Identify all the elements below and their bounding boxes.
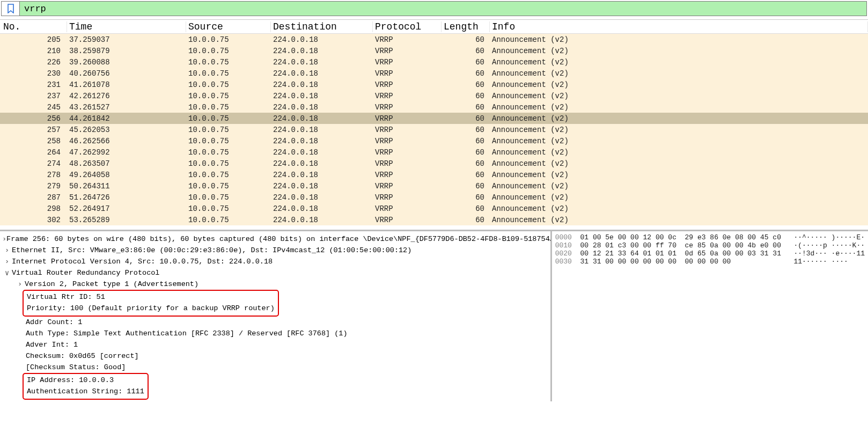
- cell-proto: VRRP: [373, 126, 442, 134]
- cell-src: 10.0.0.75: [186, 47, 271, 55]
- cell-no: 264: [0, 148, 67, 157]
- tree-ethernet[interactable]: › Ethernet II, Src: VMware_e3:86:0e (00:…: [2, 245, 550, 256]
- packet-row[interactable]: 27448.26350710.0.0.75224.0.0.18VRRP60Ann…: [0, 158, 868, 169]
- tree-vrrp-priority[interactable]: Priority: 100 (Default priority for a ba…: [27, 303, 275, 314]
- cell-no: 245: [0, 103, 67, 112]
- cell-no: 256: [0, 114, 67, 123]
- cell-no: 274: [0, 159, 67, 168]
- hex-bytes: 00 12 21 33 64 01 01 01 0d 65 0a 00 00 0…: [580, 250, 781, 258]
- tree-vrrp-authstr[interactable]: Authentication String: 1111: [27, 386, 144, 397]
- cell-info: Announcement (v2): [490, 35, 868, 44]
- col-header-time[interactable]: Time: [67, 21, 186, 32]
- cell-src: 10.0.0.75: [186, 69, 271, 78]
- packet-row[interactable]: 27849.26405810.0.0.75224.0.0.18VRRP60Ann…: [0, 169, 868, 180]
- cell-len: 60: [442, 69, 490, 78]
- col-header-len[interactable]: Length: [442, 21, 490, 32]
- packet-details-pane[interactable]: › Frame 256: 60 bytes on wire (480 bits)…: [0, 231, 552, 401]
- cell-len: 60: [442, 114, 490, 123]
- collapse-icon[interactable]: ∨: [2, 268, 12, 277]
- display-filter-input[interactable]: [20, 2, 866, 16]
- cell-proto: VRRP: [373, 69, 442, 78]
- cell-len: 60: [442, 126, 490, 134]
- cell-src: 10.0.0.75: [186, 114, 271, 123]
- cell-proto: VRRP: [373, 171, 442, 179]
- tree-vrrp-version[interactable]: › Version 2, Packet type 1 (Advertisemen…: [2, 278, 550, 290]
- col-header-dst[interactable]: Destination: [271, 21, 373, 32]
- tree-vrrp-adverint[interactable]: Adver Int: 1: [2, 339, 550, 350]
- cell-src: 10.0.0.75: [186, 159, 271, 168]
- packet-row[interactable]: 24543.26152710.0.0.75224.0.0.18VRRP60Ann…: [0, 101, 868, 113]
- packet-row[interactable]: 21038.25987910.0.0.75224.0.0.18VRRP60Ann…: [0, 45, 868, 56]
- expand-icon[interactable]: ›: [15, 280, 25, 288]
- cell-len: 60: [442, 182, 490, 190]
- cell-no: 231: [0, 80, 67, 89]
- packet-row[interactable]: 23742.26127610.0.0.75224.0.0.18VRRP60Ann…: [0, 90, 868, 101]
- cell-proto: VRRP: [373, 47, 442, 55]
- cell-proto: VRRP: [373, 114, 442, 123]
- hex-offset: 0020: [555, 250, 572, 258]
- tree-vrrp-checksum[interactable]: Checksum: 0x0d65 [correct]: [2, 350, 550, 362]
- packet-row[interactable]: 28751.26472610.0.0.75224.0.0.18VRRP60Ann…: [0, 192, 868, 203]
- cell-len: 60: [442, 58, 490, 67]
- cell-no: 287: [0, 193, 67, 202]
- expand-icon[interactable]: ›: [2, 235, 6, 243]
- tree-vrrp-cksumstat[interactable]: [Checksum Status: Good]: [2, 362, 550, 373]
- packet-row[interactable]: 25745.26205310.0.0.75224.0.0.18VRRP60Ann…: [0, 124, 868, 135]
- cell-src: 10.0.0.75: [186, 182, 271, 190]
- cell-src: 10.0.0.75: [186, 126, 271, 134]
- hex-bytes: 31 31 00 00 00 00 00 00 00 00 00 00: [580, 258, 731, 266]
- tree-vrrp[interactable]: ∨ Virtual Router Redundancy Protocol: [2, 267, 550, 278]
- bookmark-icon[interactable]: [2, 2, 20, 16]
- tree-ip[interactable]: › Internet Protocol Version 4, Src: 10.0…: [2, 256, 550, 267]
- packet-row[interactable]: 26447.26299210.0.0.75224.0.0.18VRRP60Ann…: [0, 146, 868, 158]
- hex-offset: 0000: [555, 233, 572, 241]
- highlight-box-vrid-priority: Virtual Rtr ID: 51 Priority: 100 (Defaul…: [23, 290, 279, 317]
- packet-bytes-pane[interactable]: 0000 01 00 5e 00 00 12 00 0c 29 e3 86 0e…: [552, 231, 868, 401]
- col-header-proto[interactable]: Protocol: [373, 21, 442, 32]
- tree-vrrp-addrcount[interactable]: Addr Count: 1: [2, 317, 550, 328]
- col-header-no[interactable]: No.: [0, 21, 67, 32]
- packet-row[interactable]: 30253.26528910.0.0.75224.0.0.18VRRP60Ann…: [0, 214, 868, 225]
- packet-row[interactable]: 25846.26256610.0.0.75224.0.0.18VRRP60Ann…: [0, 135, 868, 146]
- expand-icon[interactable]: ›: [2, 258, 12, 266]
- tree-vrrp-authtype[interactable]: Auth Type: Simple Text Authentication [R…: [2, 328, 550, 339]
- packet-row[interactable]: 27950.26431110.0.0.75224.0.0.18VRRP60Ann…: [0, 180, 868, 192]
- cell-dst: 224.0.0.18: [271, 182, 373, 190]
- cell-proto: VRRP: [373, 80, 442, 89]
- cell-dst: 224.0.0.18: [271, 58, 373, 67]
- hex-ascii: ··^····· )·····E·: [793, 233, 865, 241]
- tree-frame[interactable]: › Frame 256: 60 bytes on wire (480 bits)…: [2, 233, 550, 245]
- packet-list-header[interactable]: No. Time Source Destination Protocol Len…: [0, 20, 868, 34]
- packet-row[interactable]: 29852.26491710.0.0.75224.0.0.18VRRP60Ann…: [0, 203, 868, 214]
- cell-time: 50.264311: [67, 182, 186, 190]
- expand-icon[interactable]: ›: [2, 246, 12, 254]
- cell-no: 298: [0, 204, 67, 213]
- cell-time: 39.260088: [67, 58, 186, 67]
- cell-time: 41.261078: [67, 80, 186, 89]
- cell-src: 10.0.0.75: [186, 193, 271, 202]
- cell-src: 10.0.0.75: [186, 171, 271, 179]
- packet-row[interactable]: 20537.25903710.0.0.75224.0.0.18VRRP60Ann…: [0, 34, 868, 45]
- packet-row[interactable]: 23141.26107810.0.0.75224.0.0.18VRRP60Ann…: [0, 79, 868, 90]
- col-header-src[interactable]: Source: [186, 21, 271, 32]
- cell-dst: 224.0.0.18: [271, 103, 373, 112]
- tree-vrrp-vrid[interactable]: Virtual Rtr ID: 51: [27, 291, 275, 303]
- packet-row[interactable]: 23040.26075610.0.0.75224.0.0.18VRRP60Ann…: [0, 68, 868, 79]
- cell-len: 60: [442, 35, 490, 44]
- cell-dst: 224.0.0.18: [271, 216, 373, 224]
- cell-dst: 224.0.0.18: [271, 137, 373, 145]
- cell-dst: 224.0.0.18: [271, 204, 373, 213]
- cell-time: 53.265289: [67, 216, 186, 224]
- cell-len: 60: [442, 159, 490, 168]
- tree-vrrp-ipaddr[interactable]: IP Address: 10.0.0.3: [27, 375, 144, 386]
- cell-info: Announcement (v2): [490, 182, 868, 190]
- hex-offset: 0010: [555, 241, 572, 250]
- cell-no: 237: [0, 92, 67, 100]
- highlight-box-ip-auth: IP Address: 10.0.0.3 Authentication Stri…: [23, 373, 149, 400]
- cell-info: Announcement (v2): [490, 126, 868, 134]
- packet-row[interactable]: 22639.26008810.0.0.75224.0.0.18VRRP60Ann…: [0, 56, 868, 68]
- cell-proto: VRRP: [373, 148, 442, 157]
- cell-len: 60: [442, 92, 490, 100]
- col-header-info[interactable]: Info: [490, 21, 868, 32]
- packet-row[interactable]: 25644.26184210.0.0.75224.0.0.18VRRP60Ann…: [0, 113, 868, 124]
